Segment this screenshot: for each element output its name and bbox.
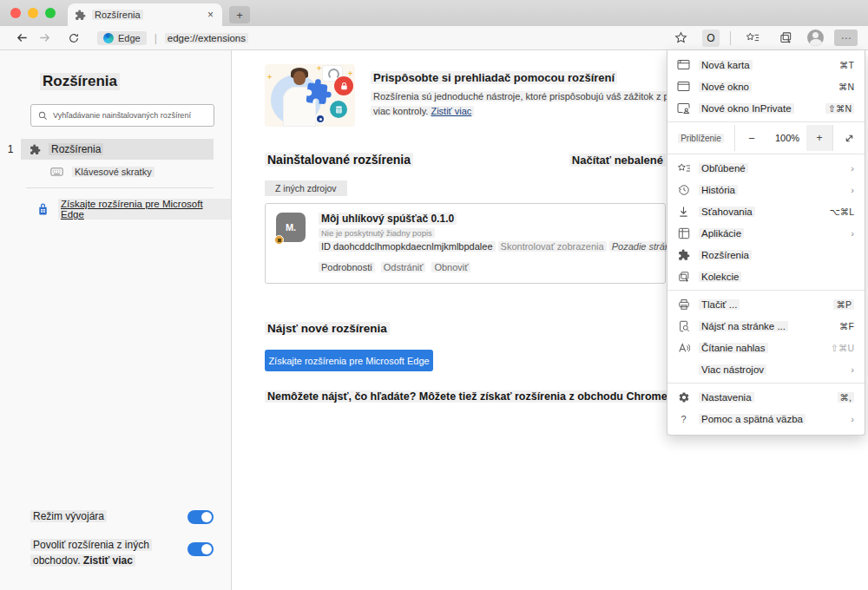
window-controls xyxy=(0,0,68,26)
print-icon xyxy=(676,298,691,311)
hero-title: Prispôsobte si prehliadač pomocou rozšír… xyxy=(371,71,617,84)
store-bag-icon xyxy=(36,202,49,216)
find-new-extensions-heading: Nájsť nové rozšírenia xyxy=(265,322,390,335)
close-window-button[interactable] xyxy=(10,8,21,18)
downloads-icon xyxy=(676,206,691,218)
maximize-window-button[interactable] xyxy=(45,8,56,18)
browser-tab[interactable]: Rozšírenia × xyxy=(68,3,222,26)
extension-no-description: Nie je poskytnutý žiadny popis xyxy=(319,228,435,238)
hero-puzzle-icon xyxy=(303,76,334,110)
sidebar-title: Rozšírenia xyxy=(40,73,120,90)
url-separator: | xyxy=(155,32,157,44)
menu-item-collections[interactable]: Kolekcie xyxy=(667,266,865,287)
extension-id: ID daohcddclhmopkdaecnlmjkmlbpdalee xyxy=(319,241,496,252)
reload-icon[interactable] xyxy=(62,32,85,44)
sidebar-item-keyboard-shortcuts[interactable]: Klávesové skratky xyxy=(50,167,231,177)
extensions-sidebar: Rozšírenia 1 Rozšírenia Kl xyxy=(0,50,232,590)
menu-item-help-feedback[interactable]: ? Pomoc a spätná väzba › xyxy=(667,408,865,429)
apps-icon xyxy=(676,227,691,239)
back-icon[interactable] xyxy=(10,31,33,44)
minimize-window-button[interactable] xyxy=(28,8,38,18)
installed-extensions-heading: Nainštalované rozšírenia xyxy=(265,153,413,167)
menu-divider xyxy=(667,290,865,291)
extensions-hero-illustration: + + + xyxy=(265,64,355,127)
close-tab-icon[interactable]: × xyxy=(206,9,215,21)
extension-details-link[interactable]: Podrobnosti xyxy=(319,262,375,272)
hero-lock-icon xyxy=(334,76,353,95)
collections-icon[interactable] xyxy=(774,31,797,44)
hero-description-line1: Rozšírenia sú jednoduché nástroje, ktoré… xyxy=(371,91,715,102)
collections-menu-icon xyxy=(676,271,691,283)
favorites-bar-icon[interactable] xyxy=(741,31,764,44)
menu-item-extensions[interactable]: Rozšírenia xyxy=(667,244,865,266)
new-tab-button[interactable]: + xyxy=(229,6,250,23)
allow-other-stores-label: Povoliť rozšírenia z iných obchodov. Zis… xyxy=(30,537,187,569)
zoom-level-value: 100% xyxy=(768,125,806,151)
menu-item-more-tools[interactable]: Viac nástrojov › xyxy=(667,358,865,380)
toolbar-divider xyxy=(730,31,731,45)
zoom-out-button[interactable]: − xyxy=(735,125,768,151)
dev-mode-label: Režim vývojára xyxy=(30,510,107,522)
favorite-star-icon[interactable] xyxy=(669,31,692,44)
tab-strip: Rozšírenia × + xyxy=(0,0,868,26)
search-box[interactable] xyxy=(30,104,214,127)
address-bar[interactable]: Edge | edge://extensions xyxy=(97,31,248,45)
menu-item-find-on-page[interactable]: Nájsť na stránke ... ⌘F xyxy=(667,315,865,337)
history-icon xyxy=(676,184,691,196)
new-window-icon xyxy=(676,81,691,92)
extension-name: Môj uhlíkový spúšťač 0.1.0 xyxy=(319,213,457,225)
url-text[interactable]: edge://extensions xyxy=(165,33,248,43)
get-extensions-button[interactable]: Získajte rozšírenia pre Microsoft Edge xyxy=(265,350,433,371)
menu-item-read-aloud[interactable]: Čítanie nahlas ⇧⌘U xyxy=(667,337,865,358)
load-unpacked-button[interactable]: Načítať nebalené xyxy=(569,154,666,167)
extension-remove-link[interactable]: Odstrániť xyxy=(381,262,426,272)
search-icon xyxy=(38,111,48,121)
pinned-extension-button[interactable]: O xyxy=(702,30,720,47)
hero-grid-icon xyxy=(330,101,347,118)
edge-logo-icon xyxy=(103,33,114,43)
inprivate-icon xyxy=(676,102,691,114)
allow-other-stores-learn-more-link[interactable]: Zistiť viac xyxy=(83,554,133,567)
fullscreen-icon[interactable] xyxy=(833,125,865,151)
dev-mode-toggle[interactable] xyxy=(187,510,214,524)
menu-item-new-inprivate-window[interactable]: Nové okno InPrivate ⇧⌘N xyxy=(667,97,865,119)
help-icon: ? xyxy=(676,414,691,424)
extension-reload-link[interactable]: Obnoviť xyxy=(431,262,470,272)
chrome-store-text: Nemôžete nájsť, čo hľadáte? Môžete tiež … xyxy=(265,390,720,403)
hero-learn-more-link[interactable]: Zistiť viac xyxy=(431,106,471,116)
menu-divider xyxy=(667,154,865,154)
nav-access-marker: 1 xyxy=(0,143,21,155)
puzzle-icon xyxy=(30,144,41,155)
menu-item-print[interactable]: Tlačiť ... ⌘P xyxy=(667,293,865,315)
browser-toolbar: Edge | edge://extensions O ⋯ xyxy=(0,26,868,50)
zoom-in-button[interactable]: + xyxy=(806,125,832,151)
menu-item-settings[interactable]: Nastavenia ⌘, xyxy=(667,386,865,408)
menu-item-favorites[interactable]: Obľúbené › xyxy=(667,157,865,179)
new-tab-icon xyxy=(676,59,691,70)
get-extensions-link-row[interactable]: Získajte rozšírenia pre Microsoft Edge xyxy=(36,199,231,220)
extension-card: M. Môj uhlíkový spúšťač 0.1.0 Nie je pos… xyxy=(265,203,666,284)
menu-item-history[interactable]: História › xyxy=(667,179,865,200)
source-badge: Z iných zdrojov xyxy=(265,180,347,196)
zoom-label: Priblíženie xyxy=(678,134,724,143)
menu-item-apps[interactable]: Aplikácie › xyxy=(667,222,865,244)
settings-menu-button[interactable]: ⋯ xyxy=(834,30,858,46)
forward-icon[interactable] xyxy=(33,31,56,44)
menu-item-downloads[interactable]: Sťahovania ⌥⌘L xyxy=(667,200,865,222)
sidebar-item-extensions[interactable]: Rozšírenia xyxy=(21,139,214,160)
hero-target-icon xyxy=(315,114,326,124)
favorites-icon xyxy=(676,162,691,174)
search-input[interactable] xyxy=(53,111,207,120)
menu-divider xyxy=(667,121,865,122)
allow-other-stores-toggle[interactable] xyxy=(187,542,214,556)
find-on-page-icon xyxy=(676,320,691,332)
get-extensions-link[interactable]: Získajte rozšírenia pre Microsoft Edge xyxy=(58,199,231,220)
profile-avatar[interactable] xyxy=(807,30,824,46)
edge-badge-label: Edge xyxy=(118,33,141,43)
tab-title: Rozšírenia xyxy=(92,10,143,20)
menu-item-new-tab[interactable]: Nová karta ⌘T xyxy=(667,54,865,75)
extensions-icon xyxy=(676,249,691,261)
hero-description-line2: viac kontroly. xyxy=(373,106,428,116)
keyboard-icon xyxy=(50,167,63,177)
menu-item-new-window[interactable]: Nové okno ⌘N xyxy=(667,75,865,97)
